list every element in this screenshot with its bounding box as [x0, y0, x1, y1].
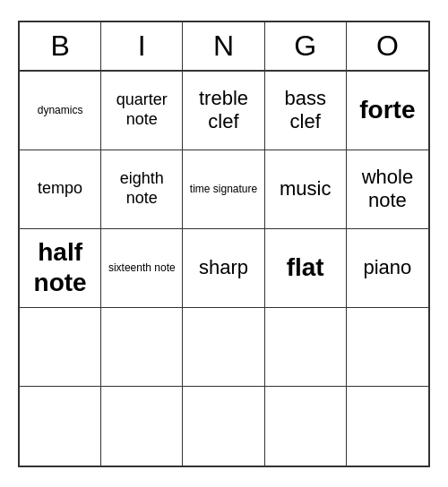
bingo-cell[interactable]: [265, 387, 347, 466]
bingo-cell[interactable]: treble clef: [183, 72, 264, 150]
bingo-cell[interactable]: [347, 308, 428, 387]
cell-label: whole note: [350, 166, 425, 213]
bingo-cell[interactable]: sharp: [183, 229, 264, 308]
cell-label: eighth note: [105, 169, 178, 208]
cell-label: dynamics: [38, 104, 83, 116]
header-letter: B: [20, 22, 101, 70]
bingo-cell[interactable]: [265, 308, 347, 387]
cell-label: flat: [287, 252, 324, 283]
bingo-cell[interactable]: dynamics: [20, 72, 101, 150]
bingo-cell[interactable]: [183, 387, 264, 466]
header-row: BINGO: [20, 22, 428, 72]
cell-label: forte: [359, 95, 415, 125]
cell-label: tempo: [38, 179, 82, 199]
bingo-cell[interactable]: [347, 387, 428, 466]
cell-label: treble clef: [186, 87, 260, 134]
bingo-cell[interactable]: [101, 387, 183, 466]
header-letter: N: [183, 22, 264, 70]
cell-label: time signature: [190, 183, 257, 195]
bingo-cell[interactable]: sixteenth note: [101, 229, 183, 308]
bingo-cell[interactable]: [183, 308, 264, 387]
bingo-cell[interactable]: half note: [20, 229, 101, 308]
cell-label: sixteenth note: [108, 261, 176, 274]
bingo-cell[interactable]: time signature: [183, 150, 264, 229]
bingo-card: BINGO dynamicsquarter notetreble clefbas…: [18, 21, 430, 467]
cell-label: piano: [363, 256, 411, 279]
header-letter: O: [347, 22, 428, 70]
cell-label: sharp: [199, 256, 248, 279]
bingo-cell[interactable]: quarter note: [101, 72, 183, 150]
bingo-cell[interactable]: flat: [265, 229, 347, 308]
bingo-cell[interactable]: piano: [347, 229, 428, 308]
bingo-grid: dynamicsquarter notetreble clefbass clef…: [20, 72, 428, 466]
header-letter: I: [101, 22, 183, 70]
bingo-cell[interactable]: forte: [347, 72, 428, 150]
bingo-cell[interactable]: tempo: [20, 150, 101, 229]
cell-label: bass clef: [269, 87, 342, 134]
bingo-cell[interactable]: [101, 308, 183, 387]
header-letter: G: [265, 22, 347, 70]
bingo-cell[interactable]: music: [265, 150, 347, 229]
bingo-cell[interactable]: bass clef: [265, 72, 347, 150]
cell-label: half note: [23, 237, 97, 297]
cell-label: quarter note: [105, 90, 178, 129]
cell-label: music: [280, 177, 331, 201]
bingo-cell[interactable]: [20, 308, 101, 387]
bingo-cell[interactable]: eighth note: [101, 150, 183, 229]
bingo-cell[interactable]: whole note: [347, 150, 428, 229]
bingo-cell[interactable]: [20, 387, 101, 466]
